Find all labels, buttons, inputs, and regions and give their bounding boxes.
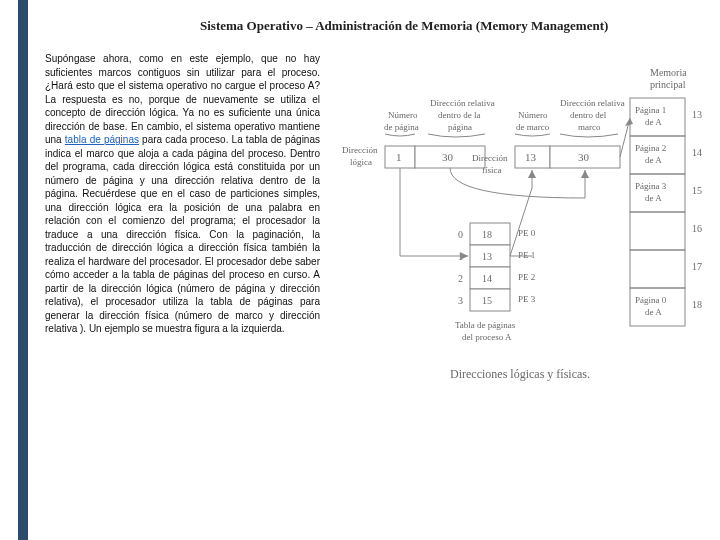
pt-caption2: del proceso A [462, 332, 512, 342]
pt1: 13 [482, 251, 492, 262]
frame-18: 18 [692, 299, 702, 310]
pe2: PE 2 [518, 272, 535, 282]
pe1: PE 1 [518, 250, 535, 260]
page1b-label: de A [645, 117, 662, 127]
val-page: 1 [396, 151, 402, 163]
left-accent-bar [18, 0, 28, 540]
pe0: PE 0 [518, 228, 536, 238]
dir-fis: Dirección [472, 153, 508, 163]
frame-13: 13 [692, 109, 702, 120]
page3b-label: de A [645, 193, 662, 203]
frame-14: 14 [692, 147, 702, 158]
page-table-link[interactable]: tabla de páginas [65, 134, 139, 145]
val-frame: 13 [525, 151, 537, 163]
pt-caption1: Tabla de páginas [455, 320, 516, 330]
frame-15: 15 [692, 185, 702, 196]
logical-physical-addresses-figure: Memoria principal Página 1 de A Página 2… [340, 58, 705, 438]
row3: 3 [458, 295, 463, 306]
page3-label: Página 3 [635, 181, 667, 191]
dir-log: Dirección [342, 145, 378, 155]
body-text-b: para cada proceso. La tabla de páginas i… [45, 134, 320, 334]
page-title: Sistema Operativo – Administración de Me… [200, 18, 702, 34]
svg-marker-18 [460, 252, 468, 260]
mem-sub: principal [650, 79, 686, 90]
col4c: marco [578, 122, 601, 132]
col4b: dentro del [570, 110, 607, 120]
val-off2: 30 [578, 151, 590, 163]
col3: Número [518, 110, 548, 120]
col2: Dirección relativa [430, 98, 495, 108]
body-paragraph: Supóngase ahora, como en este ejemplo, q… [45, 52, 320, 336]
svg-marker-22 [528, 170, 536, 178]
page2-label: Página 2 [635, 143, 666, 153]
page0b-label: de A [645, 307, 662, 317]
svg-marker-23 [581, 170, 589, 178]
page1-label: Página 1 [635, 105, 666, 115]
col1b: de página [384, 122, 419, 132]
svg-rect-4 [630, 250, 685, 288]
row0: 0 [458, 229, 463, 240]
col3b: de marco [516, 122, 550, 132]
pt3: 15 [482, 295, 492, 306]
pt0: 18 [482, 229, 492, 240]
page0-label: Página 0 [635, 295, 667, 305]
row2: 2 [458, 273, 463, 284]
col2b: dentro de la [438, 110, 480, 120]
svg-marker-11 [625, 118, 633, 126]
frame-16: 16 [692, 223, 702, 234]
pt2: 14 [482, 273, 492, 284]
pe3: PE 3 [518, 294, 536, 304]
frame-17: 17 [692, 261, 702, 272]
svg-line-20 [510, 188, 532, 256]
col2c: página [448, 122, 472, 132]
dir-log2: lógica [350, 157, 372, 167]
svg-rect-3 [630, 212, 685, 250]
col1: Número [388, 110, 418, 120]
val-off1: 30 [442, 151, 454, 163]
dir-fis2: física [482, 165, 502, 175]
body-text-a: Supóngase ahora, como en este ejemplo, q… [45, 53, 320, 145]
page2b-label: de A [645, 155, 662, 165]
col4: Dirección relativa [560, 98, 625, 108]
figure-caption: Direcciones lógicas y físicas. [450, 367, 590, 381]
mem-title: Memoria [650, 67, 687, 78]
